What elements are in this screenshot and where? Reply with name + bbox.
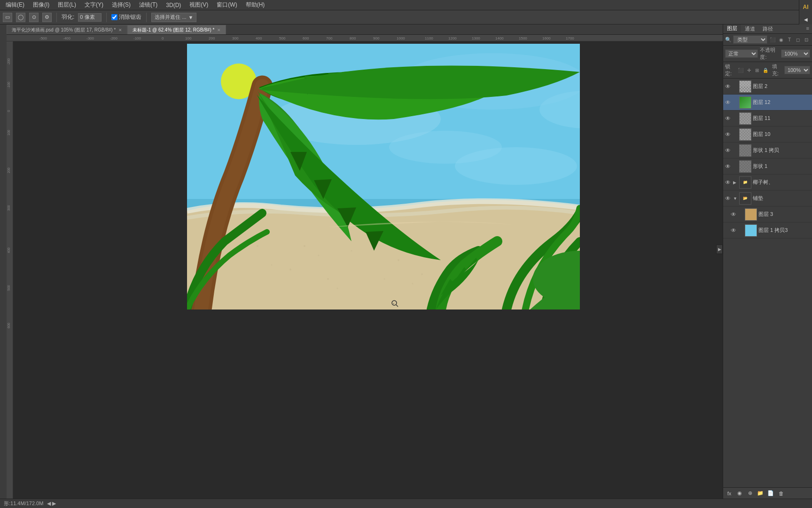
tab-untitled-close[interactable]: ✕ [217,28,221,32]
left-tool-panel [0,24,7,499]
opacity-select[interactable]: 100% [781,49,810,58]
canvas-area[interactable]: + [13,41,799,499]
layers-btn-mask[interactable]: ◉ [735,489,744,498]
anti-alias-label: 消除锯齿 [119,13,141,21]
layer-item-10[interactable]: 👁 图层 10 [723,127,812,143]
svg-text:800: 800 [350,36,356,40]
ai-btn-arrow[interactable]: ◀ [801,14,811,24]
menu-select[interactable]: 选择(S) [108,0,134,10]
menu-text[interactable]: 文字(Y) [81,0,107,10]
tab-untitled[interactable]: 未标题-1 @ 62.4% (图层 12, RGB/8#) * ✕ [127,25,226,34]
feather-input[interactable] [78,13,102,22]
layer-item-12[interactable]: 👁 图层 12 [723,95,812,111]
svg-text:+: + [393,302,395,305]
layer-eye-shape1[interactable]: 👁 [725,163,732,170]
layer-item-shape1copy[interactable]: 👁 形状 1 拷贝 [723,143,812,159]
toolbar-separator [56,13,57,22]
menu-edit[interactable]: 编辑(E) [2,0,28,10]
layer-item-3[interactable]: 👁 图层 3 [723,206,812,222]
layer-thumb-11 [739,112,751,125]
svg-text:200: 200 [209,36,215,40]
layer-eye-10[interactable]: 👁 [725,131,732,138]
svg-point-52 [421,273,423,275]
svg-text:300: 300 [7,205,10,211]
layer-eye-2[interactable]: 👁 [725,83,732,90]
lock-all-icon[interactable]: 🔒 [762,66,769,74]
layers-btn-group[interactable]: 📁 [756,489,765,498]
svg-text:1100: 1100 [425,36,433,40]
svg-text:1400: 1400 [495,36,504,40]
blend-mode-select[interactable]: 正常 [725,49,758,58]
layer-icon-adjustment[interactable]: ◉ [777,36,785,43]
menu-help[interactable]: 帮助(H) [242,0,269,10]
menu-view[interactable]: 视图(V) [186,0,212,10]
tab-channels[interactable]: 通道 [741,24,759,33]
layers-btn-new[interactable]: 📄 [766,489,775,498]
layer-item-1copy3[interactable]: 👁 图层 1 拷贝3 [723,222,812,238]
lock-artboard-icon[interactable]: ⊞ [754,66,761,74]
svg-text:500: 500 [7,285,10,291]
tab-psd[interactable]: 海平化沙滩插画.psd @ 105% (图层 17, RGB/8#) * ✕ [7,25,127,34]
layer-expand-coconut[interactable]: ▶ [733,180,738,185]
layers-list: 👁 图层 2 👁 图层 12 👁 图层 11 [723,79,812,487]
layers-btn-delete[interactable]: 🗑 [777,489,785,498]
layers-btn-adjustment[interactable]: ⊕ [746,489,754,498]
layer-item-shape1[interactable]: 👁 形状 1 [723,159,812,175]
layer-item-2[interactable]: 👁 图层 2 [723,79,812,95]
tab-paths[interactable]: 路径 [759,24,777,33]
layer-type-select[interactable]: 类型 [733,35,767,44]
toolbar-btn-ellipse[interactable]: ◯ [16,13,25,22]
layer-item-coconut[interactable]: 👁 ▶ 📁 椰子树、 [723,175,812,190]
layers-btn-fx[interactable]: fx [725,489,734,498]
panel-collapse-arrow[interactable]: ▶ [716,245,723,254]
layers-panel-tabs: 图层 通道 路径 ≡ [723,24,812,34]
ai-btn-top[interactable]: AI [801,2,811,12]
layer-eye-12[interactable]: 👁 [725,99,732,106]
layer-thumb-2 [739,80,751,93]
svg-text:1700: 1700 [566,36,574,40]
toolbar-separator2 [106,13,107,22]
layer-eye-1copy3[interactable]: 👁 [731,227,737,234]
toolbar-btn-lasso[interactable]: ⊙ [29,13,39,22]
layer-eye-coconut[interactable]: 👁 [725,179,732,186]
layer-icon-smart[interactable]: ⊡ [803,36,810,43]
canvas-content[interactable]: + [187,44,580,310]
anti-alias-check[interactable] [111,14,117,20]
menu-layer[interactable]: 图层(L) [54,0,80,10]
layers-panel: 图层 通道 路径 ≡ 🔍 类型 ⬛ ◉ T ◻ ⊡ 正常 不透明度: 100% … [723,24,812,499]
toolbar-btn-rect[interactable]: ▭ [3,13,12,22]
lock-pixel-icon[interactable]: ⬛ [737,66,744,74]
layers-bottom-bar: fx ◉ ⊕ 📁 📄 🗑 [723,487,812,499]
layer-name-12: 图层 12 [753,99,810,106]
lock-pos-icon[interactable]: ✛ [745,66,752,74]
svg-text:100: 100 [185,36,192,40]
layer-eye-background-group[interactable]: 👁 [725,195,732,202]
select-mask-button[interactable]: 选择并遮住 ... ▼ [151,13,196,22]
status-arrows[interactable]: ◀ ▶ [47,500,56,507]
menu-3d[interactable]: 3D(D) [162,1,185,9]
menu-image[interactable]: 图像(I) [29,0,53,10]
layer-expand-background-group[interactable]: ▼ [733,196,738,201]
layer-item-background-group[interactable]: 👁 ▼ 📂 铺垫 [723,190,812,206]
svg-text:-200: -200 [7,58,10,65]
layer-item-11[interactable]: 👁 图层 11 [723,111,812,127]
tab-psd-close[interactable]: ✕ [118,28,122,32]
layer-eye-shape1copy[interactable]: 👁 [725,147,732,154]
layer-icon-pixel[interactable]: ⬛ [769,36,776,43]
menubar: 编辑(E) 图像(I) 图层(L) 文字(Y) 选择(S) 滤镜(T) 3D(D… [0,0,812,10]
tab-layers[interactable]: 图层 [723,24,741,33]
toolbar-btn-magic[interactable]: ⚙ [42,13,52,22]
layer-eye-3[interactable]: 👁 [731,211,737,218]
layer-eye-11[interactable]: 👁 [725,115,732,122]
svg-text:100: 100 [7,130,10,135]
fill-select[interactable]: 100% [784,66,810,74]
panel-menu-btn[interactable]: ≡ [804,24,812,33]
layer-name-3: 图层 3 [758,211,810,218]
layer-icon-type[interactable]: T [786,36,793,43]
svg-text:-200: -200 [110,36,118,40]
layer-icon-shape[interactable]: ◻ [794,36,802,43]
svg-point-48 [327,278,329,280]
menu-filter[interactable]: 滤镜(T) [135,0,161,10]
anti-alias-checkbox[interactable]: 消除锯齿 [111,13,141,21]
menu-window[interactable]: 窗口(W) [213,0,241,10]
